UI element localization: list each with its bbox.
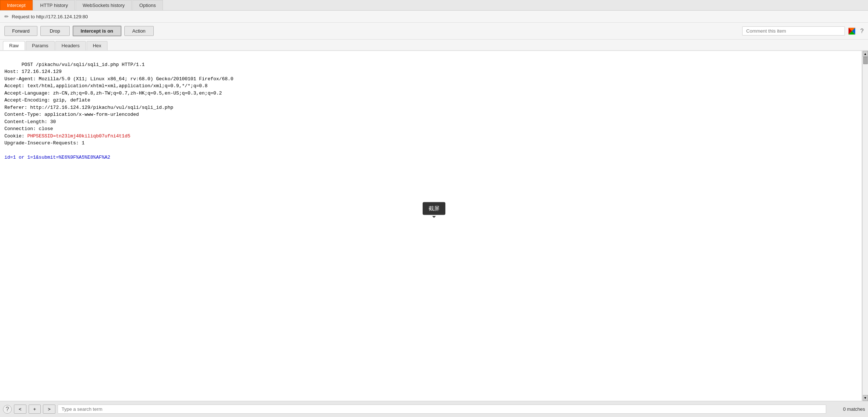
nav-prev-button[interactable]: < <box>14 405 26 414</box>
tab-bar: Intercept HTTP history WebSockets histor… <box>0 0 868 11</box>
sub-tab-raw[interactable]: Raw <box>3 41 25 50</box>
drop-button[interactable]: Drop <box>40 26 70 36</box>
intercept-button[interactable]: Intercept is on <box>73 26 121 36</box>
bottom-toolbar: ? < + > 0 matches <box>0 401 868 417</box>
tab-options[interactable]: Options <box>132 0 163 10</box>
nav-next-button[interactable]: > <box>43 405 55 414</box>
tab-websockets-history[interactable]: WebSockets history <box>76 0 132 10</box>
request-info-bar: ✏ Request to http://172.16.124.129:80 <box>0 11 868 23</box>
sub-tab-params[interactable]: Params <box>26 41 55 50</box>
matches-count: 0 matches <box>828 406 865 412</box>
comment-input[interactable] <box>742 26 845 36</box>
tooltip-container: 截屏 <box>423 202 445 215</box>
scroll-down-arrow[interactable]: ▼ <box>863 395 868 401</box>
sub-tab-headers[interactable]: Headers <box>55 41 86 50</box>
burp-logo <box>848 27 856 35</box>
tab-intercept[interactable]: Intercept <box>0 0 33 10</box>
scrollbar-thumb[interactable] <box>863 57 868 64</box>
request-url: Request to http://172.16.124.129:80 <box>12 14 88 19</box>
request-body-wrapper: POST /pikachu/vul/sqli/sqli_id.php HTTP/… <box>0 51 868 401</box>
request-body[interactable]: POST /pikachu/vul/sqli/sqli_id.php HTTP/… <box>0 51 862 401</box>
search-input[interactable] <box>58 405 826 414</box>
nav-add-button[interactable]: + <box>29 405 41 414</box>
line-1: POST /pikachu/vul/sqli/sqli_id.php HTTP/… <box>4 62 233 160</box>
tab-http-history[interactable]: HTTP history <box>33 0 75 10</box>
tooltip: 截屏 <box>423 202 445 215</box>
bottom-help-icon[interactable]: ? <box>3 405 12 414</box>
help-icon[interactable]: ? <box>860 28 864 34</box>
forward-button[interactable]: Forward <box>4 26 37 36</box>
sub-tab-hex[interactable]: Hex <box>87 41 107 50</box>
sub-tab-bar: Raw Params Headers Hex <box>0 40 868 51</box>
action-button[interactable]: Action <box>124 26 154 36</box>
action-bar: Forward Drop Intercept is on Action ? <box>0 23 868 40</box>
pencil-icon: ✏ <box>4 14 9 19</box>
scroll-up-arrow[interactable]: ▲ <box>863 51 868 57</box>
scrollbar-right[interactable]: ▲ ▼ <box>862 51 868 401</box>
